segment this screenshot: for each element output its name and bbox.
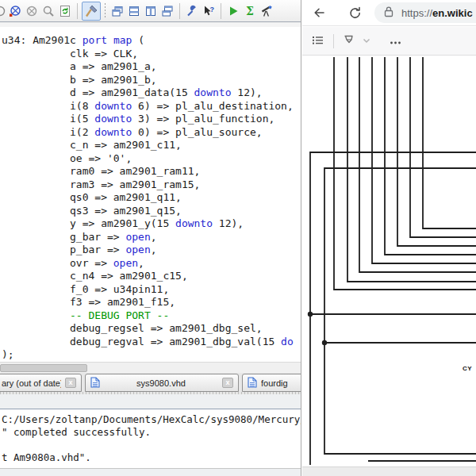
code-line: i(5 downto 3) => pl_alu_function, [0,113,301,126]
vhdl-code-editor[interactable]: u34: Am2901c port map (clk => CLK,a => a… [0,27,301,362]
code-line: debug_regsel => am2901_dbg_sel, [0,322,301,336]
toolbar-separator [179,3,180,19]
code-line: qs0 => am2901_q11, [0,191,301,205]
toolbar-separator-dotted [105,3,106,19]
ide-window: ? Σ u34: Am2901c port map (clk => CLK,a … [0,0,301,476]
svg-text:?: ? [210,5,215,13]
schematic-diagram: CY [302,56,476,466]
code-line: b => am2901_b, [0,74,301,87]
code-line: g_bar => open, [0,231,301,244]
code-line: oe => '0', [0,152,301,166]
url-text: https://en.wikic [401,7,473,19]
ellipsis-icon[interactable] [390,34,402,48]
toc-list-icon[interactable] [312,34,324,48]
refresh-icon[interactable] [348,6,363,20]
tab-label: sys9080.vhd [104,378,218,388]
editor-tab-bar: ary (out of date) x sys9080.vhd x fourdi… [0,373,301,394]
tab-fourdig[interactable]: fourdig [242,374,301,392]
code-line: y => am2901_y(15 downto 12), [0,217,301,231]
toolbar-separator [221,3,221,19]
page-bottom-gap [302,466,476,476]
close-icon[interactable]: x [65,378,76,388]
compile-sigma-icon[interactable]: Σ [242,3,258,19]
zoom-partial-icon[interactable] [0,3,6,19]
cascade-windows-icon[interactable] [109,3,125,19]
code-line: c_n4 => am2901_c15, [0,270,301,283]
document-icon [248,377,257,390]
build-hammer-icon[interactable] [82,2,101,21]
code-line: debug_regval => am2901_dbg_val(15 do [0,336,301,349]
code-line: d => am2901_data(15 downto 12), [0,86,301,100]
context-help-icon[interactable]: ? [201,3,217,19]
ide-toolbar: ? Σ [0,0,301,22]
svg-text:CY: CY [463,365,472,372]
address-bar[interactable]: https://en.wikic [374,2,476,23]
editor-horizontal-scrollbar[interactable] [0,362,301,373]
console-line [2,439,301,451]
schematic-page[interactable]: CY [302,56,476,466]
code-line: f_0 => u34pin11, [0,283,301,297]
close-icon[interactable]: x [222,378,233,388]
console-line: " completed successfully. [2,426,301,439]
tile-windows-icon[interactable] [159,3,175,19]
document-icon [90,377,100,390]
code-line: i(2 downto 0) => pl_alu_source, [0,126,301,140]
console-line: t Am9080a.vhd". [2,451,301,464]
zoom-fit-icon[interactable] [7,3,23,19]
tab-label: ary (out of date) [2,378,61,388]
back-arrow-icon[interactable] [313,6,326,19]
lock-icon [383,6,394,21]
code-line: ); [0,348,301,362]
reload-doc-icon[interactable] [57,3,73,19]
tab-sys9080[interactable]: sys9080.vhd x [85,374,239,392]
tile-horizontal-icon[interactable] [126,3,142,19]
code-line: p_bar => open, [0,244,301,257]
screen: ? Σ u34: Am2901c port map (clk => CLK,a … [0,0,476,476]
magnifier-icon[interactable] [40,3,56,19]
browser-secondary-toolbar [302,27,476,56]
run-icon[interactable] [225,3,241,19]
tile-vertical-icon[interactable] [143,3,159,19]
code-line: -- DEBUG PORT -- [0,309,301,323]
code-line: clk => CLK, [0,48,301,61]
wrench-icon[interactable] [184,3,200,19]
zoom-fit-disabled-icon[interactable] [24,3,40,19]
toolbar-separator [333,34,334,48]
code-line: u34: Am2901c port map ( [0,34,301,48]
telescope-icon[interactable] [259,3,274,19]
toolbar-separator [77,3,78,19]
code-line: ram0 => am2901_ram11, [0,165,301,178]
code-line: c_n => am2901_c11, [0,139,301,152]
scrollbar-thumb[interactable] [0,364,87,372]
svg-text:Σ: Σ [246,5,254,17]
browser-window: https://en.wikic CY [302,0,476,476]
build-console-panel: C:/Users/zoltanp/Documents/HexCalc/sys90… [0,394,301,476]
console-line: C:/Users/zoltanp/Documents/HexCalc/sys90… [2,413,301,426]
code-line: qs3 => am2901_q15, [0,205,301,218]
code-line: i(8 downto 6) => pl_alu_destination, [0,100,301,113]
tab-label: fourdig [261,378,288,388]
code-line: ovr => open, [0,257,301,271]
browser-navigation-bar: https://en.wikic [302,0,476,26]
code-line: f3 => am2901_f15, [0,296,301,309]
url-scheme: https:// [401,7,432,19]
code-line: a => am2901_a, [0,60,301,74]
code-line: ram3 => am2901_ram15, [0,178,301,192]
chevron-down-icon[interactable] [362,34,371,48]
build-console-output[interactable]: C:/Users/zoltanp/Documents/HexCalc/sys90… [0,409,301,469]
highlighter-icon[interactable] [342,33,356,49]
tab-out-of-date[interactable]: ary (out of date) x [0,374,82,392]
url-host: en.wikic [432,7,473,19]
